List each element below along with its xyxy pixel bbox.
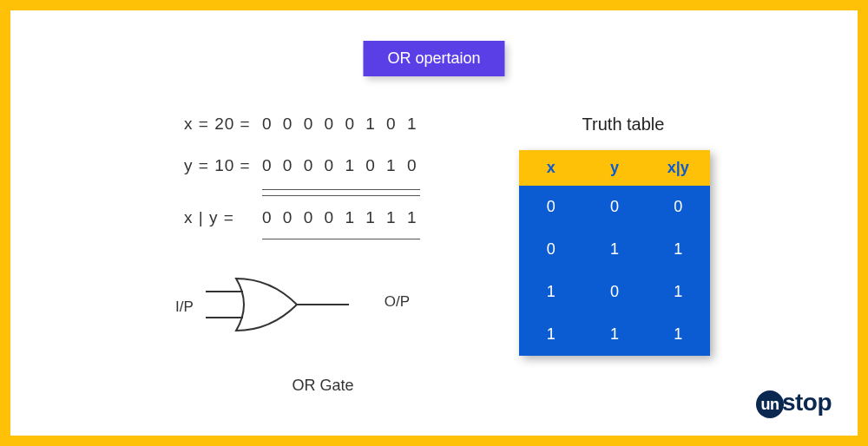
- truth-cell: 1: [582, 228, 646, 271]
- truth-cell: 1: [519, 271, 582, 313]
- truth-header-y: y: [582, 150, 646, 186]
- logo-circle-icon: un: [756, 390, 784, 418]
- equation-x: x = 20 = 0 0 0 0 0 1 0 1: [184, 106, 479, 142]
- truth-header-x: x: [519, 150, 582, 186]
- y-bits: 0 0 0 0 1 0 1 0: [262, 148, 420, 190]
- result-bits: 0 0 0 0 1 1 1 1: [262, 208, 420, 226]
- result-label: x | y =: [184, 200, 262, 236]
- truth-cell: 0: [519, 186, 582, 228]
- logo-rest: stop: [782, 389, 832, 416]
- x-label: x = 20 =: [184, 106, 262, 142]
- gate-caption: OR Gate: [167, 377, 479, 395]
- equation-y: y = 10 = 0 0 0 0 1 0 1 0: [184, 148, 479, 190]
- equations-block: x = 20 = 0 0 0 0 0 1 0 1 y = 10 = 0 0 0 …: [184, 106, 479, 239]
- truth-table-title: Truth table: [519, 115, 727, 134]
- logo-first: un: [760, 396, 779, 414]
- brand-logo: un stop: [756, 389, 832, 418]
- table-row: 1 0 1: [519, 271, 710, 313]
- gate-output-label: O/P: [385, 293, 410, 311]
- x-bits: 0 0 0 0 0 1 0 1: [262, 106, 420, 142]
- truth-cell: 0: [647, 186, 710, 228]
- table-row: 0 1 1: [519, 228, 710, 271]
- truth-cell: 1: [647, 228, 710, 271]
- truth-cell: 0: [582, 186, 646, 228]
- result-bits-wrap: 0 0 0 0 1 1 1 1: [262, 195, 420, 240]
- truth-table: x y x|y 0 0 0 0 1 1: [519, 150, 710, 356]
- right-column: Truth table x y x|y 0 0 0 0: [519, 115, 727, 395]
- truth-cell: 1: [647, 313, 710, 356]
- title-badge: OR opertaion: [363, 41, 504, 76]
- title-text: OR opertaion: [387, 49, 480, 67]
- content-area: x = 20 = 0 0 0 0 0 1 0 1 y = 10 = 0 0 0 …: [184, 106, 727, 395]
- truth-cell: 0: [582, 271, 646, 313]
- truth-cell: 0: [519, 228, 582, 271]
- table-row: 0 0 0: [519, 186, 710, 228]
- truth-cell: 1: [519, 313, 582, 356]
- gate-input-label: I/P: [175, 298, 194, 316]
- truth-cell: 1: [582, 313, 646, 356]
- left-column: x = 20 = 0 0 0 0 0 1 0 1 y = 10 = 0 0 0 …: [184, 106, 479, 395]
- table-row: 1 1 1: [519, 313, 710, 356]
- diagram-frame: OR opertaion x = 20 = 0 0 0 0 0 1 0 1 y …: [0, 0, 868, 446]
- y-label: y = 10 =: [184, 148, 262, 184]
- equation-result: x | y = 0 0 0 0 1 1 1 1: [184, 195, 479, 240]
- truth-header-row: x y x|y: [519, 150, 710, 186]
- truth-cell: 1: [647, 271, 710, 313]
- truth-header-xy: x|y: [647, 150, 710, 186]
- or-gate-diagram: I/P O/P: [184, 266, 427, 361]
